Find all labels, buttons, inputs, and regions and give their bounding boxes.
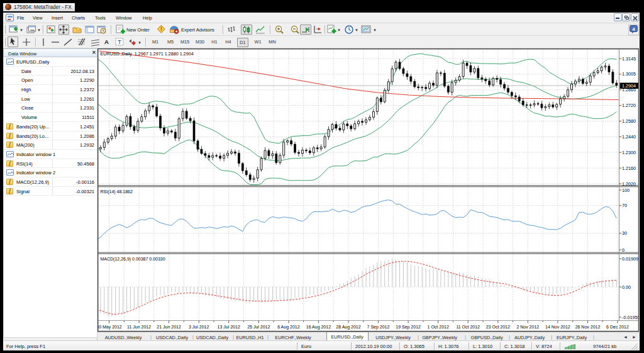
svg-text:MACD(12,26,9) 0.00387 0.00330: MACD(12,26,9) 0.00387 0.00330 xyxy=(101,257,165,262)
svg-text:14 Nov 2012: 14 Nov 2012 xyxy=(545,325,570,329)
svg-text:T: T xyxy=(118,39,121,45)
svg-text:13 Jul 2012: 13 Jul 2012 xyxy=(218,325,240,329)
svg-text:2 Nov 2012: 2 Nov 2012 xyxy=(516,325,539,329)
svg-text:11 Oct 2012: 11 Oct 2012 xyxy=(456,325,480,329)
svg-text:0: 0 xyxy=(622,247,625,253)
svg-text:1 Oct 2012: 1 Oct 2012 xyxy=(428,325,449,329)
svg-text:28 Aug 2012: 28 Aug 2012 xyxy=(336,325,360,330)
svg-text:0.01909: 0.01909 xyxy=(622,256,638,262)
svg-text:-0.01955: -0.01955 xyxy=(622,315,639,320)
svg-text:21 Jun 2012: 21 Jun 2012 xyxy=(157,325,181,329)
svg-text:3 Jul 2012: 3 Jul 2012 xyxy=(189,325,209,329)
svg-text:6 Dec 2012: 6 Dec 2012 xyxy=(606,325,629,329)
svg-text:30 May 2012: 30 May 2012 xyxy=(97,325,122,330)
svg-text:19 Sep 2012: 19 Sep 2012 xyxy=(396,325,421,330)
svg-text:6 Aug 2012: 6 Aug 2012 xyxy=(277,325,300,330)
svg-text:1.2020: 1.2020 xyxy=(622,181,636,187)
svg-text:1.2720: 1.2720 xyxy=(622,103,636,108)
svg-text:4: 4 xyxy=(632,26,635,32)
svg-text:1.2300: 1.2300 xyxy=(622,150,636,155)
svg-text:100: 100 xyxy=(622,188,630,193)
svg-text:RSI(14) 48.1862: RSI(14) 48.1862 xyxy=(101,189,133,194)
svg-text:EURUSD.,Daily 1.2967 1.2971 1: EURUSD.,Daily 1.2967 1.2971 1.2880 1.290… xyxy=(101,51,194,57)
svg-text:1.2580: 1.2580 xyxy=(622,118,636,124)
svg-text:1.3145: 1.3145 xyxy=(622,56,636,62)
svg-text:1.2904: 1.2904 xyxy=(622,83,636,89)
svg-text:0.00: 0.00 xyxy=(622,284,631,290)
svg-text:30: 30 xyxy=(622,230,627,236)
svg-text:7 Sep 2012: 7 Sep 2012 xyxy=(367,325,390,330)
svg-text:23 Oct 2012: 23 Oct 2012 xyxy=(486,325,510,329)
svg-text:70: 70 xyxy=(622,203,627,208)
svg-text:1.2160: 1.2160 xyxy=(622,165,636,171)
svg-text:11 Jun 2012: 11 Jun 2012 xyxy=(127,325,151,329)
svg-text:!: ! xyxy=(160,26,162,32)
svg-text:26 Nov 2012: 26 Nov 2012 xyxy=(575,325,601,329)
svg-text:1.3005: 1.3005 xyxy=(622,71,636,77)
svg-text:16 Aug 2012: 16 Aug 2012 xyxy=(306,325,331,330)
svg-text:1.2440: 1.2440 xyxy=(622,134,636,140)
svg-text:25 Jul 2012: 25 Jul 2012 xyxy=(247,325,270,329)
